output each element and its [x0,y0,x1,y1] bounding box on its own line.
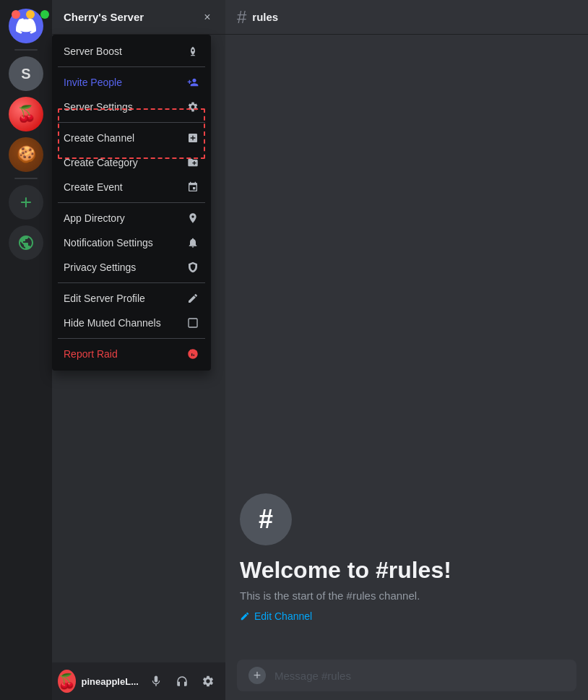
menu-item-app-directory[interactable]: App Directory [58,206,205,230]
edit-channel-link[interactable]: Edit Channel [240,610,312,622]
menu-item-create-channel[interactable]: Create Channel [58,126,205,150]
close-dot[interactable] [12,10,20,19]
server-icon-cookie[interactable]: 🍪 [9,137,43,172]
message-add-button[interactable]: + [248,667,266,684]
plus-icon [186,131,199,144]
channel-hash-icon: # [237,7,246,27]
menu-divider-5 [58,338,205,339]
context-menu: Server Boost Invite People Server Settin… [52,35,211,371]
gear-icon [186,100,199,113]
sidebar-header[interactable]: Cherry's Server × [52,0,225,35]
menu-item-notification-label: Notification Settings [64,237,186,249]
user-controls [144,670,220,693]
menu-divider-3 [58,202,205,203]
menu-item-server-settings-label: Server Settings [64,101,186,113]
menu-divider-1 [58,66,205,67]
edit-channel-label: Edit Channel [254,610,312,622]
welcome-hash-icon: # [240,493,292,545]
menu-item-create-category[interactable]: Create Category [58,150,205,175]
user-settings-button[interactable] [196,670,220,693]
menu-item-app-directory-label: App Directory [64,212,186,224]
welcome-title: Welcome to #rules! [240,557,451,584]
menu-item-edit-server-profile[interactable]: Edit Server Profile [58,286,205,311]
apps-icon [186,212,199,225]
flag-icon [186,347,199,360]
sidebar: Cherry's Server × Server Boost Invite Pe… [52,0,225,700]
menu-item-server-settings[interactable]: Server Settings [58,95,205,119]
menu-item-hide-muted-label: Hide Muted Channels [64,317,186,329]
minimize-dot[interactable] [26,10,35,19]
welcome-desc: This is the start of the #rules channel. [240,589,420,602]
menu-item-report-label: Report Raid [64,348,186,360]
menu-divider-4 [58,282,205,283]
maximize-dot[interactable] [40,10,49,19]
window-controls [12,10,49,19]
menu-item-hide-muted-channels[interactable]: Hide Muted Channels [58,311,205,335]
menu-item-create-event-label: Create Event [64,181,186,193]
channel-header-name: rules [252,11,278,23]
server-icon-s-label: S [21,66,30,82]
user-avatar: 🍒 [58,670,76,693]
menu-item-invite-label: Invite People [64,77,186,88]
menu-divider-2 [58,122,205,123]
menu-item-privacy-label: Privacy Settings [64,262,186,273]
svg-rect-0 [189,319,197,327]
server-icon-divider-2 [14,178,38,179]
user-avatar-emoji: 🍒 [58,673,76,690]
user-info: pineappleL... [82,676,139,687]
chat-area: # Welcome to #rules! This is the start o… [225,35,588,651]
menu-item-create-category-label: Create Category [64,157,186,168]
menu-item-create-event[interactable]: Create Event [58,175,205,199]
server-icon-s[interactable]: S [9,56,43,91]
main-content: # rules # Welcome to #rules! This is the… [225,0,588,700]
calendar-icon [186,181,199,194]
server-icon-cherry[interactable]: 🍒 [9,97,43,131]
user-area: 🍒 pineappleL... [52,662,225,700]
server-name: Cherry's Server [64,11,201,23]
channel-header: # rules [225,0,588,35]
welcome-section: # Welcome to #rules! This is the start o… [240,479,574,651]
server-icon-divider [14,49,38,51]
folder-plus-icon [186,156,199,169]
server-icon-bar: S 🍒 🍪 + [0,0,52,700]
server-icon-add[interactable]: + [9,185,43,220]
menu-item-invite-people[interactable]: Invite People [58,70,205,95]
user-name: pineappleL... [82,676,139,687]
mic-button[interactable] [144,670,168,693]
headphones-button[interactable] [170,670,194,693]
close-menu-button[interactable]: × [201,11,214,24]
rocket-icon [186,45,199,58]
menu-item-server-boost[interactable]: Server Boost [58,39,205,64]
menu-item-report-raid[interactable]: Report Raid [58,342,205,366]
checkbox-icon [186,316,199,329]
menu-item-edit-profile-label: Edit Server Profile [64,293,186,304]
message-placeholder: Message #rules [274,670,565,682]
menu-item-notification-settings[interactable]: Notification Settings [58,230,205,255]
server-icon-explore[interactable] [9,225,43,260]
message-bar: + Message #rules [225,651,588,700]
menu-item-server-boost-label: Server Boost [64,46,186,57]
message-input-container[interactable]: + Message #rules [237,660,576,691]
bell-icon [186,236,199,249]
person-add-icon [186,76,199,89]
menu-item-create-channel-label: Create Channel [64,132,186,144]
menu-item-privacy-settings[interactable]: Privacy Settings [58,255,205,280]
shield-icon [186,261,199,274]
pencil-icon [186,292,199,305]
